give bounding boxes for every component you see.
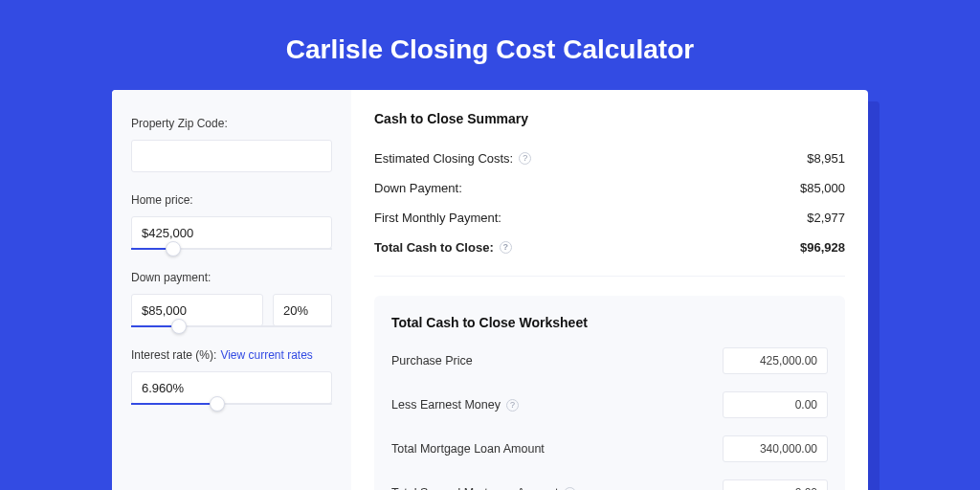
down-payment-label: Down payment: xyxy=(131,271,332,284)
calculator-card: Property Zip Code: Home price: Down paym… xyxy=(112,90,868,490)
summary-row-closing-costs: Estimated Closing Costs: ? $8,951 xyxy=(374,144,845,173)
worksheet-label: Total Mortgage Loan Amount xyxy=(391,442,545,456)
worksheet-input-second-mortgage[interactable] xyxy=(723,479,828,490)
worksheet-input-earnest-money[interactable] xyxy=(723,391,828,418)
down-payment-input[interactable] xyxy=(131,294,263,326)
inputs-panel: Property Zip Code: Home price: Down paym… xyxy=(112,90,351,490)
view-rates-link[interactable]: View current rates xyxy=(220,348,313,362)
worksheet-row-mortgage-loan: Total Mortgage Loan Amount xyxy=(391,435,828,462)
help-icon[interactable]: ? xyxy=(519,152,531,165)
summary-label: Down Payment: xyxy=(374,181,462,195)
summary-label: Total Cash to Close: xyxy=(374,240,494,255)
zip-field: Property Zip Code: xyxy=(131,117,332,172)
page-title: Carlisle Closing Cost Calculator xyxy=(0,0,980,90)
worksheet-input-mortgage-loan[interactable] xyxy=(723,435,828,462)
home-price-input[interactable] xyxy=(131,216,332,249)
worksheet-title: Total Cash to Close Worksheet xyxy=(391,315,828,330)
down-payment-field: Down payment: xyxy=(131,271,332,327)
worksheet-row-purchase-price: Purchase Price xyxy=(391,347,828,374)
summary-value: $2,977 xyxy=(807,211,845,225)
slider-thumb[interactable] xyxy=(166,241,181,256)
interest-rate-label: Interest rate (%): xyxy=(131,348,216,362)
home-price-field: Home price: xyxy=(131,193,332,250)
interest-rate-input[interactable] xyxy=(131,371,332,404)
summary-box: Cash to Close Summary Estimated Closing … xyxy=(374,111,845,277)
help-icon[interactable]: ? xyxy=(500,241,512,254)
help-icon[interactable]: ? xyxy=(564,487,576,491)
summary-label: First Monthly Payment: xyxy=(374,211,501,225)
slider-fill xyxy=(131,403,217,405)
worksheet-input-purchase-price[interactable] xyxy=(723,347,828,374)
slider-thumb[interactable] xyxy=(171,319,187,334)
down-payment-pct-input[interactable] xyxy=(273,294,332,326)
interest-rate-field: Interest rate (%): View current rates xyxy=(131,348,332,405)
home-price-label: Home price: xyxy=(131,193,332,207)
worksheet-label: Purchase Price xyxy=(391,354,473,368)
zip-input[interactable] xyxy=(131,140,332,172)
summary-label: Estimated Closing Costs: xyxy=(374,151,513,166)
summary-value: $8,951 xyxy=(807,151,845,166)
summary-value: $85,000 xyxy=(800,181,845,195)
results-panel: Cash to Close Summary Estimated Closing … xyxy=(351,90,868,490)
worksheet-label: Total Second Mortgage Amount xyxy=(391,486,558,490)
interest-rate-slider[interactable] xyxy=(131,403,332,405)
worksheet-box: Total Cash to Close Worksheet Purchase P… xyxy=(374,296,845,490)
summary-row-down-payment: Down Payment: $85,000 xyxy=(374,173,845,203)
worksheet-row-second-mortgage: Total Second Mortgage Amount ? xyxy=(391,479,828,490)
help-icon[interactable]: ? xyxy=(506,399,519,412)
zip-label: Property Zip Code: xyxy=(131,117,332,130)
worksheet-label: Less Earnest Money xyxy=(391,398,501,412)
down-payment-slider[interactable] xyxy=(131,325,332,327)
worksheet-row-earnest-money: Less Earnest Money ? xyxy=(391,391,828,418)
summary-title: Cash to Close Summary xyxy=(374,111,845,126)
home-price-slider[interactable] xyxy=(131,248,332,250)
summary-value: $96,928 xyxy=(800,240,845,255)
slider-thumb[interactable] xyxy=(210,396,225,412)
summary-row-first-monthly: First Monthly Payment: $2,977 xyxy=(374,203,845,233)
summary-row-total: Total Cash to Close: ? $96,928 xyxy=(374,233,845,262)
